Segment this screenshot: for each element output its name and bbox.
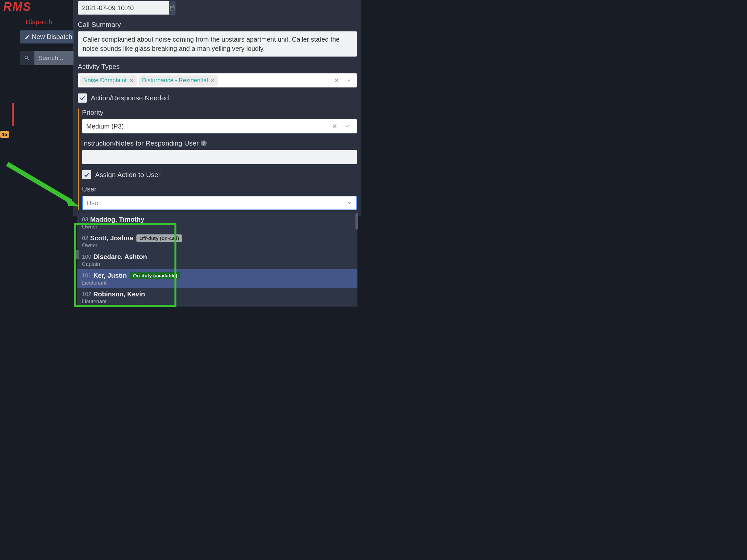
status-badge: On-duty (available) (130, 272, 180, 279)
priority-select[interactable]: Medium (P3) ✕ (82, 119, 357, 133)
user-select[interactable]: User (82, 196, 357, 210)
annotation-arrow (4, 161, 79, 211)
user-option[interactable]: 102Robinson, Kevin Lieutenant (77, 288, 357, 306)
assign-user-label: Assign Action to User (95, 171, 161, 179)
new-dispatch-button[interactable]: New Dispatch (20, 30, 77, 44)
chevron-down-icon[interactable] (346, 77, 352, 83)
user-option[interactable]: 100Disedare, Ashton Captain (77, 250, 357, 269)
calendar-button[interactable] (169, 1, 175, 15)
search-icon (20, 51, 34, 65)
chevron-down-icon[interactable] (344, 123, 350, 129)
activity-tag[interactable]: Disturbance - Residential✕ (139, 75, 218, 86)
clear-icon[interactable]: ✕ (334, 76, 339, 84)
remove-tag-icon[interactable]: ✕ (210, 77, 215, 84)
dispatch-heading: Dispatch (26, 18, 52, 26)
assign-user-checkbox[interactable] (82, 170, 91, 179)
notes-input[interactable] (82, 150, 357, 164)
edit-icon (25, 34, 30, 40)
calendar-icon (169, 5, 175, 11)
count-badge: 15 (0, 131, 9, 138)
chevron-down-icon[interactable] (346, 200, 353, 206)
action-needed-label: Action/Response Needed (91, 94, 169, 102)
user-option[interactable]: 101Ker, JustinOn-duty (available) Lieute… (77, 269, 357, 288)
dispatch-form: Call Summary Caller complained about noi… (74, 0, 361, 216)
active-indicator (12, 103, 14, 126)
activity-tag[interactable]: Noise Complaint✕ (80, 75, 137, 86)
user-label: User (82, 185, 357, 193)
datetime-input[interactable] (78, 1, 169, 15)
action-needed-checkbox[interactable] (78, 94, 87, 103)
activity-types-label: Activity Types (78, 63, 357, 71)
logo: RMS (0, 0, 35, 14)
help-icon[interactable]: ? (201, 140, 207, 146)
summary-textarea[interactable]: Caller complained about noise coming fro… (78, 31, 357, 57)
priority-label: Priority (82, 109, 357, 116)
user-option[interactable]: 02Scott, JoshuaOff-duty (on-call) Owner (77, 232, 357, 250)
user-dropdown: 03Maddog, Timothy Owner 02Scott, JoshuaO… (77, 213, 357, 306)
new-dispatch-label: New Dispatch (32, 33, 72, 41)
activity-types-select[interactable]: Noise Complaint✕ Disturbance - Residenti… (78, 73, 357, 87)
status-badge: Off-duty (on-call) (136, 234, 182, 242)
notes-label: Instruction/Notes for Responding User? (82, 139, 357, 147)
remove-tag-icon[interactable]: ✕ (129, 77, 133, 84)
user-option[interactable]: 03Maddog, Timothy Owner (77, 213, 357, 232)
summary-label: Call Summary (78, 21, 357, 29)
clear-icon[interactable]: ✕ (332, 122, 337, 130)
